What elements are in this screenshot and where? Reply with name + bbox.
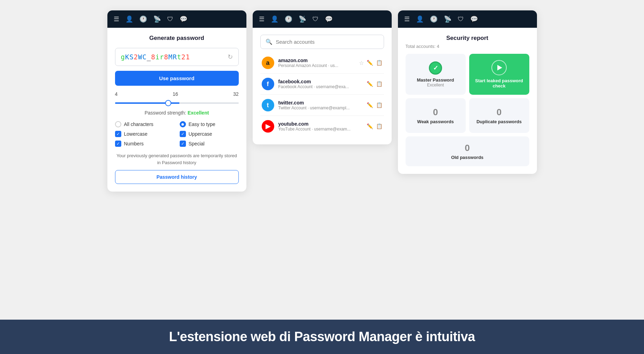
- shield-icon-2[interactable]: 🛡: [312, 16, 319, 23]
- password-history-button[interactable]: Password history: [115, 170, 239, 184]
- play-triangle-icon: [497, 65, 502, 70]
- pw-char: g: [121, 53, 125, 61]
- length-slider[interactable]: [115, 102, 239, 104]
- clock-icon-2[interactable]: 🕐: [285, 15, 292, 23]
- account-item-twitter[interactable]: t twitter.com Twitter Account · username…: [260, 95, 384, 116]
- radio-easy-to-type[interactable]: [180, 121, 186, 127]
- account-item-facebook[interactable]: f facebook.com Facebook Account · userna…: [260, 74, 384, 95]
- menu-icon[interactable]: ☰: [114, 15, 119, 23]
- weak-passwords-card[interactable]: 0 Weak passwords: [406, 98, 466, 133]
- shield-icon-3[interactable]: 🛡: [458, 16, 464, 23]
- use-password-button[interactable]: Use password: [115, 71, 239, 86]
- copy-icon-youtube[interactable]: 📋: [376, 123, 383, 129]
- menu-icon-3[interactable]: ☰: [404, 15, 410, 23]
- old-passwords-card[interactable]: 0 Old passwords: [406, 136, 529, 166]
- search-bar[interactable]: 🔍: [260, 35, 384, 49]
- shield-icon[interactable]: 🛡: [167, 16, 173, 23]
- strength-row: Password strength: Excellent: [115, 110, 239, 116]
- pw-char: t: [177, 53, 181, 61]
- accounts-panel-body: 🔍 a amazon.com Personal Amazon Account ·…: [253, 28, 392, 144]
- password-text: gKS2WC_8ir8MRt21: [121, 53, 190, 61]
- account-name-amazon: amazon.com: [278, 58, 355, 63]
- option-numbers[interactable]: ✓ Numbers: [115, 141, 174, 147]
- master-password-card[interactable]: ✓ Master Password Excellent: [406, 54, 466, 95]
- security-panel: ☰ 👤 🕐 📡 🛡 💬 Security report Total accoun…: [398, 10, 537, 174]
- length-min: 4: [115, 91, 118, 97]
- pw-char: _: [147, 53, 151, 61]
- pw-char: S: [129, 53, 133, 61]
- play-button-circle: [491, 60, 507, 75]
- chat-icon-2[interactable]: 💬: [325, 15, 333, 23]
- account-info-facebook: facebook.com Facebook Account · username…: [278, 79, 362, 89]
- length-slider-wrap: [115, 99, 239, 105]
- security-grid: ✓ Master Password Excellent Start leaked…: [406, 54, 529, 166]
- pw-char: 2: [134, 53, 138, 61]
- account-info-twitter: twitter.com Twitter Account · username@e…: [278, 100, 362, 110]
- account-actions-twitter: ✏️ 📋: [367, 102, 383, 108]
- nav-bar-1: ☰ 👤 🕐 📡 🛡 💬: [107, 10, 246, 28]
- pw-char: 8: [151, 53, 155, 61]
- wifi-icon-3[interactable]: 📡: [444, 15, 451, 23]
- chat-icon-3[interactable]: 💬: [470, 15, 478, 23]
- account-name-twitter: twitter.com: [278, 100, 362, 106]
- user-icon-3[interactable]: 👤: [416, 15, 424, 23]
- master-password-sub: Excellent: [427, 83, 444, 87]
- star-icon-amazon[interactable]: ☆: [359, 60, 364, 66]
- menu-icon-2[interactable]: ☰: [259, 15, 264, 23]
- checkbox-special[interactable]: ✓: [180, 141, 186, 147]
- user-icon-2[interactable]: 👤: [271, 15, 278, 23]
- copy-icon-twitter[interactable]: 📋: [376, 102, 383, 108]
- clock-icon[interactable]: 🕐: [139, 15, 147, 23]
- refresh-icon[interactable]: ↻: [228, 53, 233, 61]
- option-lowercase-label: Lowercase: [124, 131, 148, 137]
- option-uppercase[interactable]: ✓ Uppercase: [180, 131, 239, 137]
- edit-icon-twitter[interactable]: ✏️: [367, 102, 373, 108]
- total-accounts: Total accounts: 4: [406, 44, 529, 49]
- copy-icon-amazon[interactable]: 📋: [376, 60, 383, 66]
- duplicate-passwords-title: Duplicate passwords: [476, 119, 522, 124]
- nav-bar-3: ☰ 👤 🕐 📡 🛡 💬: [398, 10, 537, 28]
- account-logo-twitter: t: [262, 99, 274, 111]
- chat-icon[interactable]: 💬: [180, 15, 187, 23]
- master-password-title: Master Password: [417, 77, 454, 83]
- option-lowercase[interactable]: ✓ Lowercase: [115, 131, 174, 137]
- wifi-icon-2[interactable]: 📡: [299, 15, 306, 23]
- generate-title: Generate password: [115, 35, 239, 42]
- account-actions-youtube: ✏️ 📋: [367, 123, 383, 129]
- account-item-amazon[interactable]: a amazon.com Personal Amazon Account · u…: [260, 52, 384, 74]
- strength-label: Password strength:: [145, 110, 186, 116]
- pw-char: C: [142, 53, 147, 61]
- length-max: 32: [233, 91, 239, 97]
- length-row: 4 16 32: [115, 91, 239, 97]
- account-logo-youtube: ▶: [262, 120, 274, 133]
- account-list: a amazon.com Personal Amazon Account · u…: [260, 52, 384, 137]
- account-item-youtube[interactable]: ▶ youtube.com YouTube Account · username…: [260, 116, 384, 137]
- option-easy-to-type[interactable]: Easy to type: [180, 121, 239, 127]
- pw-char: r: [160, 53, 164, 61]
- clock-icon-3[interactable]: 🕐: [430, 15, 438, 23]
- leaked-password-check-card[interactable]: Start leaked password check: [469, 54, 529, 95]
- option-numbers-label: Numbers: [124, 141, 144, 146]
- wifi-icon[interactable]: 📡: [153, 15, 161, 23]
- user-icon[interactable]: 👤: [125, 15, 133, 23]
- edit-icon-facebook[interactable]: ✏️: [367, 81, 373, 87]
- checkbox-lowercase[interactable]: ✓: [115, 131, 121, 137]
- option-special[interactable]: ✓ Special: [180, 141, 239, 147]
- pw-char: 1: [186, 53, 190, 61]
- pw-char: 2: [181, 53, 186, 61]
- edit-icon-amazon[interactable]: ✏️: [367, 60, 373, 66]
- search-input[interactable]: [276, 39, 379, 45]
- radio-all-characters[interactable]: [115, 121, 121, 127]
- checkbox-numbers[interactable]: ✓: [115, 141, 121, 147]
- checkbox-uppercase[interactable]: ✓: [180, 131, 186, 137]
- accounts-panel: ☰ 👤 🕐 📡 🛡 💬 🔍 a amazon.com Personal Amaz…: [253, 10, 392, 144]
- pw-char: W: [138, 53, 142, 61]
- account-actions-facebook: ✏️ 📋: [367, 81, 383, 87]
- option-all-characters[interactable]: All characters: [115, 121, 174, 127]
- account-info-amazon: amazon.com Personal Amazon Account · us.…: [278, 58, 355, 68]
- copy-icon-facebook[interactable]: 📋: [376, 81, 383, 87]
- duplicate-passwords-card[interactable]: 0 Duplicate passwords: [469, 98, 529, 133]
- password-display: gKS2WC_8ir8MRt21 ↻: [115, 48, 239, 66]
- edit-icon-youtube[interactable]: ✏️: [367, 123, 373, 129]
- pw-char: K: [125, 53, 129, 61]
